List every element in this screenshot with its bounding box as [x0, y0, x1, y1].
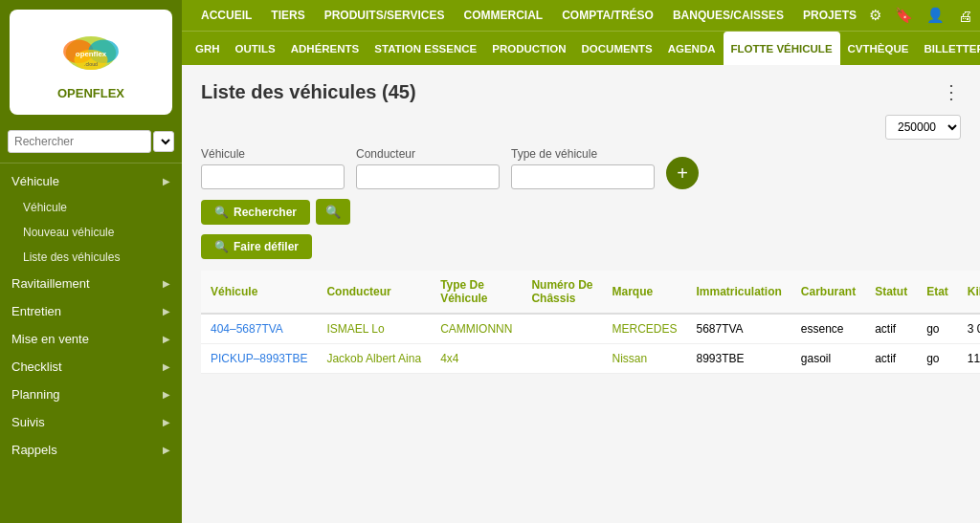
sidebar-group-planning-arrow: ▶ [163, 389, 170, 400]
svg-text:.cloud: .cloud [84, 61, 98, 67]
row2-conducteur[interactable]: Jackob Albert Aina [317, 344, 431, 374]
faire-defiler-button[interactable]: 🔍 Faire défiler [201, 234, 312, 259]
sidebar-group-ravitaillement-arrow: ▶ [163, 278, 170, 289]
subnav-production[interactable]: PRODUCTION [484, 32, 573, 65]
top-nav-icons: ⚙ 🔖 👤 🖨 ⏻ [866, 7, 980, 24]
search-dropdown[interactable]: ▼ [153, 131, 174, 152]
rechercher-button[interactable]: 🔍 Rechercher [201, 200, 310, 225]
row2-type: 4x4 [431, 344, 522, 374]
table-header-row: Véhicule Conducteur Type DeVéhicule Numé… [201, 271, 980, 314]
sidebar-group-ravitaillement-title[interactable]: Ravitaillement ▶ [0, 270, 182, 297]
sidebar-group-rappels-arrow: ▶ [163, 445, 170, 455]
filter-conducteur-input[interactable] [356, 164, 500, 189]
col-kilome: Kilome [958, 271, 980, 314]
nav-accueil[interactable]: ACCUEIL [191, 0, 261, 31]
nav-banques-caisses[interactable]: BANQUES/CAISSES [663, 0, 793, 31]
col-conducteur: Conducteur [317, 271, 431, 314]
print-icon[interactable]: 🖨 [955, 8, 975, 24]
sidebar-group-checklist-title[interactable]: Checklist ▶ [0, 353, 182, 381]
subnav-flotte-vehicule[interactable]: FLOTTE VÉHICULE [724, 32, 840, 65]
sidebar-group-suivis-arrow: ▶ [163, 417, 170, 427]
subnav-station-essence[interactable]: STATION ESSENCE [367, 32, 484, 65]
search-btn-row: 🔍 Rechercher 🔍 [201, 199, 961, 225]
row1-immatriculation: 5687TVA [686, 314, 791, 344]
sidebar-group-planning-label: Planning [11, 387, 60, 402]
subnav-agenda[interactable]: AGENDA [660, 32, 724, 65]
sub-nav: GRH OUTILS ADHÉRENTS STATION ESSENCE PRO… [182, 31, 980, 65]
col-etat: Etat [917, 271, 958, 314]
col-marque: Marque [602, 271, 686, 314]
sidebar-group-ravitaillement: Ravitaillement ▶ [0, 270, 182, 297]
sidebar-group-entretien-label: Entretien [11, 304, 61, 318]
table-row: 404–5687TVA ISMAEL Lo CAMMIONNN MERCEDES… [201, 314, 980, 344]
subnav-cvtheque[interactable]: CVTHÈQUE [840, 32, 917, 65]
nav-commercial[interactable]: COMMERCIAL [455, 0, 553, 31]
sidebar-group-suivis-label: Suivis [11, 415, 45, 429]
logo-image: openflex .cloud [57, 25, 124, 82]
col-type-vehicule: Type DeVéhicule [431, 271, 522, 314]
sidebar-group-suivis-title[interactable]: Suivis ▶ [0, 408, 182, 436]
sidebar-item-vehicule[interactable]: Véhicule [0, 195, 182, 220]
col-carburant: Carburant [791, 271, 865, 314]
results-controls: 250000 100 500 1000 [201, 115, 961, 140]
sidebar-group-vehicule-title[interactable]: Véhicule ▶ [0, 167, 182, 195]
sidebar-group-entretien-title[interactable]: Entretien ▶ [0, 297, 182, 325]
row1-vehicule[interactable]: 404–5687TVA [201, 314, 317, 344]
search-input[interactable] [8, 130, 151, 153]
table-row: PICKUP–8993TBE Jackob Albert Aina 4x4 Ni… [201, 344, 980, 374]
content-area: Liste des véhicules (45) ⋮ 250000 100 50… [182, 65, 980, 523]
vehicle-table: Véhicule Conducteur Type DeVéhicule Numé… [201, 271, 980, 374]
nav-projets[interactable]: PROJETS [793, 0, 866, 31]
sidebar-group-mise-en-vente-label: Mise en vente [11, 332, 89, 346]
row1-statut: actif [865, 314, 917, 344]
col-statut: Statut [865, 271, 917, 314]
subnav-billetterie[interactable]: BILLETTERIE [916, 32, 980, 65]
sidebar-group-suivis: Suivis ▶ [0, 408, 182, 436]
filter-type-label: Type de véhicule [511, 147, 655, 161]
nav-tiers[interactable]: TIERS [261, 0, 314, 31]
sidebar-group-entretien: Entretien ▶ [0, 297, 182, 325]
settings-icon[interactable]: ⚙ [866, 7, 884, 24]
row2-statut: actif [865, 344, 917, 374]
logo-container: openflex .cloud OPENFLEX [10, 10, 172, 115]
page-title: Liste des véhicules (45) [201, 81, 416, 103]
filter-type-input[interactable] [511, 164, 655, 189]
filter-vehicule-label: Véhicule [201, 147, 345, 161]
filter-conducteur-group: Conducteur [356, 147, 500, 189]
sidebar-group-checklist-label: Checklist [11, 360, 62, 374]
row2-etat: go [917, 344, 958, 374]
sidebar-group-mise-en-vente-title[interactable]: Mise en vente ▶ [0, 325, 182, 353]
sidebar-group-entretien-arrow: ▶ [163, 306, 170, 316]
row2-chassis [522, 344, 602, 374]
subnav-grh[interactable]: GRH [188, 32, 228, 65]
subnav-outils[interactable]: OUTILS [228, 32, 283, 65]
row2-marque: Nissan [602, 344, 686, 374]
row1-conducteur[interactable]: ISMAEL Lo [317, 314, 431, 344]
add-vehicle-button[interactable]: + [666, 157, 699, 189]
sidebar: openflex .cloud OPENFLEX ▼ Véhicule ▶ Vé… [0, 0, 182, 523]
sidebar-item-liste-vehicules[interactable]: Liste des véhicules [0, 245, 182, 270]
filter-type-group: Type de véhicule [511, 147, 655, 189]
col-immatriculation: Immatriculation [686, 271, 791, 314]
row2-immatriculation: 8993TBE [686, 344, 791, 374]
filter-vehicule-input[interactable] [201, 164, 345, 189]
row1-marque: MERCEDES [602, 314, 686, 344]
sidebar-group-planning-title[interactable]: Planning ▶ [0, 381, 182, 408]
sidebar-group-planning: Planning ▶ [0, 381, 182, 408]
sidebar-group-rappels-title[interactable]: Rappels ▶ [0, 436, 182, 464]
scroll-search-icon: 🔍 [214, 240, 229, 253]
bookmark-icon[interactable]: 🔖 [892, 7, 916, 24]
sidebar-group-rappels: Rappels ▶ [0, 436, 182, 464]
sidebar-group-rappels-label: Rappels [11, 443, 57, 457]
nav-produits-services[interactable]: PRODUITS/SERVICES [315, 0, 455, 31]
results-per-page-select[interactable]: 250000 100 500 1000 [885, 115, 961, 140]
search-icon-button[interactable]: 🔍 [316, 199, 350, 225]
subnav-documents[interactable]: DOCUMENTS [574, 32, 660, 65]
user-icon[interactable]: 👤 [924, 7, 947, 24]
row2-vehicule[interactable]: PICKUP–8993TBE [201, 344, 317, 374]
subnav-adherents[interactable]: ADHÉRENTS [283, 32, 368, 65]
nav-compta-treo[interactable]: COMPTA/TRÉSO [552, 0, 663, 31]
sidebar-divider-1 [0, 163, 182, 163]
more-options-icon[interactable]: ⋮ [942, 80, 961, 103]
sidebar-item-nouveau-vehicule[interactable]: Nouveau véhicule [0, 220, 182, 245]
